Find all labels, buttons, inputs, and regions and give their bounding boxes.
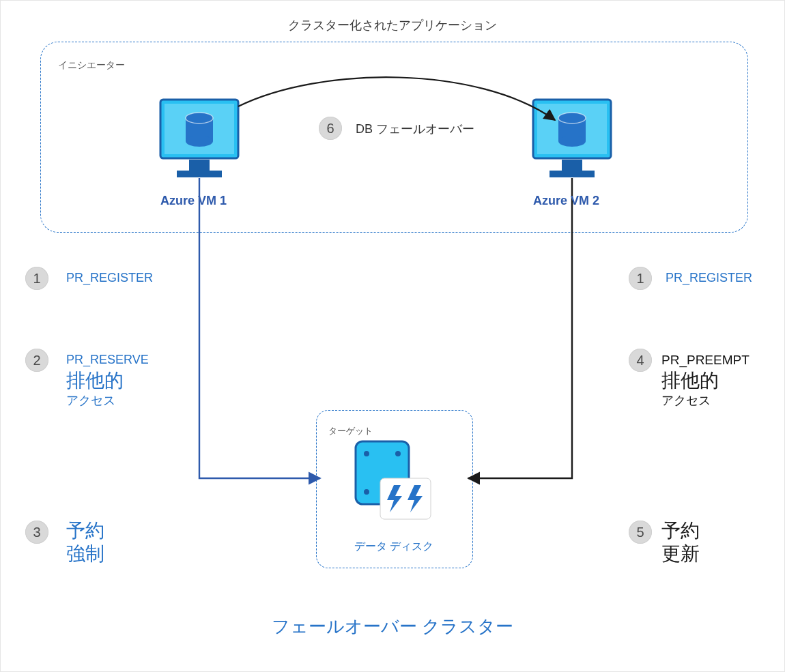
step-right-5-badge: 5 — [629, 521, 652, 544]
step-left-3-sub: 強制 — [66, 544, 104, 565]
data-disk-label: データ ディスク — [316, 540, 472, 554]
step-left-3-badge: 3 — [25, 521, 48, 544]
step-left-3-big: 予約 — [66, 521, 104, 542]
step-left-1-badge: 1 — [25, 267, 48, 290]
step-right-5-big: 予約 — [661, 521, 700, 542]
step-right-4-code: PR_PREEMPT — [661, 353, 750, 368]
step-6-label: DB フェールオーバー — [356, 121, 474, 137]
step-left-2-sub: アクセス — [66, 392, 115, 409]
step-left-1-code: PR_REGISTER — [66, 271, 153, 285]
diagram-canvas: クラスター化されたアプリケーション イニシエーター ターゲット — [0, 0, 785, 672]
initiator-box — [40, 42, 748, 233]
vm2-label: Azure VM 2 — [533, 194, 599, 208]
initiator-label: イニシエーター — [58, 59, 125, 72]
step-right-1-code: PR_REGISTER — [666, 271, 752, 285]
diagram-title: クラスター化されたアプリケーション — [1, 17, 784, 33]
step-right-4-sub: アクセス — [661, 392, 711, 409]
step-6-badge: 6 — [319, 117, 342, 140]
step-left-2-big: 排他的 — [66, 370, 124, 392]
vm1-label: Azure VM 1 — [160, 194, 227, 208]
step-right-4-badge: 4 — [629, 349, 652, 372]
failover-cluster-label: フェールオーバー クラスター — [1, 615, 784, 639]
target-label: ターゲット — [328, 425, 373, 437]
step-left-2-code: PR_RESERVE — [66, 353, 149, 367]
step-right-4-big: 排他的 — [661, 370, 719, 392]
step-left-2-badge: 2 — [25, 349, 48, 372]
step-right-5-sub: 更新 — [661, 544, 700, 565]
step-right-1-badge: 1 — [629, 267, 652, 290]
